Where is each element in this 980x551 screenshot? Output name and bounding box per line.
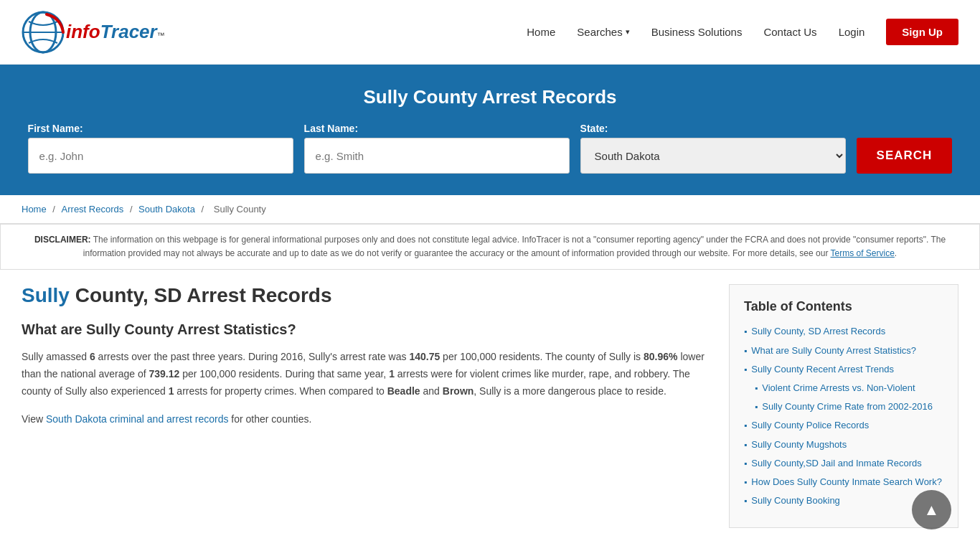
breadcrumb-home[interactable]: Home [22,204,47,215]
toc-link-1[interactable]: What are Sully County Arrest Statistics? [751,344,916,357]
toc-link-3[interactable]: Violent Crime Arrests vs. Non-Violent [762,382,915,395]
main-nav: Home Searches ▾ Business Solutions Conta… [527,19,958,45]
first-name-group: First Name: [28,123,293,174]
toc-item-1: What are Sully County Arrest Statistics? [744,344,943,357]
toc-link-0[interactable]: Sully County, SD Arrest Records [751,325,885,338]
search-form: First Name: Last Name: State: South Dako… [14,123,966,174]
nav-contact-us[interactable]: Contact Us [763,26,816,38]
toc-item-5: Sully County Police Records [744,419,943,432]
toc-item-2: Sully County Recent Arrest Trends [744,363,943,376]
nav-searches[interactable]: Searches ▾ [577,26,629,38]
toc-item-7: Sully County,SD Jail and Inmate Records [744,457,943,470]
disclaimer-label: DISCLAIMER: [34,235,91,245]
breadcrumb-sully-county: Sully County [214,204,266,215]
sd-criminal-records-link[interactable]: South Dakota criminal and arrest records [46,413,228,425]
disclaimer-tos-link[interactable]: Terms of Service [831,248,895,258]
nav-business-solutions[interactable]: Business Solutions [651,26,743,38]
logo-trademark: ™ [157,31,165,39]
article-title-rest: County, SD Arrest Records [70,284,332,306]
nav-signup-button[interactable]: Sign Up [886,19,958,45]
toc-link-2[interactable]: Sully County Recent Arrest Trends [751,363,894,376]
toc-item-3: Violent Crime Arrests vs. Non-Violent [744,382,943,395]
section1-paragraph1: Sully amassed 6 arrests over the past th… [22,349,707,400]
first-name-label: First Name: [28,123,83,134]
search-button[interactable]: SEARCH [857,138,953,174]
state-label: State: [580,123,608,134]
toc-link-9[interactable]: Sully County Booking [751,494,840,507]
logo-tracer: Tracer [100,21,157,43]
toc-heading: Table of Contents [744,299,943,314]
scroll-top-button[interactable]: ▲ [912,490,951,529]
last-name-label: Last Name: [304,123,358,134]
page-title: Sully County Arrest Records [14,86,966,108]
hero-section: Sully County Arrest Records First Name: … [0,65,980,195]
logo[interactable]: info Tracer ™ [22,11,165,54]
breadcrumb: Home / Arrest Records / South Dakota / S… [0,195,980,224]
toc-link-8[interactable]: How Does Sully County Inmate Search Work… [751,476,942,489]
toc-link-5[interactable]: Sully County Police Records [751,419,869,432]
first-name-input[interactable] [28,138,293,174]
disclaimer-period: . [895,248,897,258]
toc-link-6[interactable]: Sully County Mugshots [751,438,847,451]
article-title: Sully County, SD Arrest Records [22,284,707,307]
article-title-highlight: Sully [22,284,70,306]
toc-link-4[interactable]: Sully County Crime Rate from 2002-2016 [762,400,933,413]
nav-home[interactable]: Home [527,26,555,38]
section1-paragraph2: View South Dakota criminal and arrest re… [22,411,707,428]
toc-item-4: Sully County Crime Rate from 2002-2016 [744,400,943,413]
toc-link-7[interactable]: Sully County,SD Jail and Inmate Records [751,457,921,470]
toc-list: Sully County, SD Arrest RecordsWhat are … [744,325,943,507]
breadcrumb-sep1: / [52,204,57,215]
breadcrumb-sep2: / [130,204,135,215]
section1-heading: What are Sully County Arrest Statistics? [22,321,707,338]
toc-item-0: Sully County, SD Arrest Records [744,325,943,338]
breadcrumb-south-dakota[interactable]: South Dakota [138,204,195,215]
disclaimer-text: The information on this webpage is for g… [83,235,946,258]
chevron-down-icon: ▾ [626,27,630,37]
last-name-group: Last Name: [304,123,570,174]
logo-info: info [66,21,100,43]
state-group: State: South Dakota Alabama Alaska Arizo… [580,123,846,174]
nav-login[interactable]: Login [839,26,865,38]
main-content: Sully County, SD Arrest Records What are… [0,270,980,542]
logo-icon [22,11,65,54]
disclaimer: DISCLAIMER: The information on this webp… [0,224,980,270]
breadcrumb-arrest-records[interactable]: Arrest Records [62,204,124,215]
article: Sully County, SD Arrest Records What are… [22,284,729,528]
toc-item-8: How Does Sully County Inmate Search Work… [744,476,943,489]
header: info Tracer ™ Home Searches ▾ Business S… [0,0,980,65]
nav-searches-label: Searches [577,26,622,38]
last-name-input[interactable] [304,138,570,174]
breadcrumb-sep3: / [202,204,207,215]
toc-item-6: Sully County Mugshots [744,438,943,451]
state-select[interactable]: South Dakota Alabama Alaska Arizona Arka… [580,138,846,174]
